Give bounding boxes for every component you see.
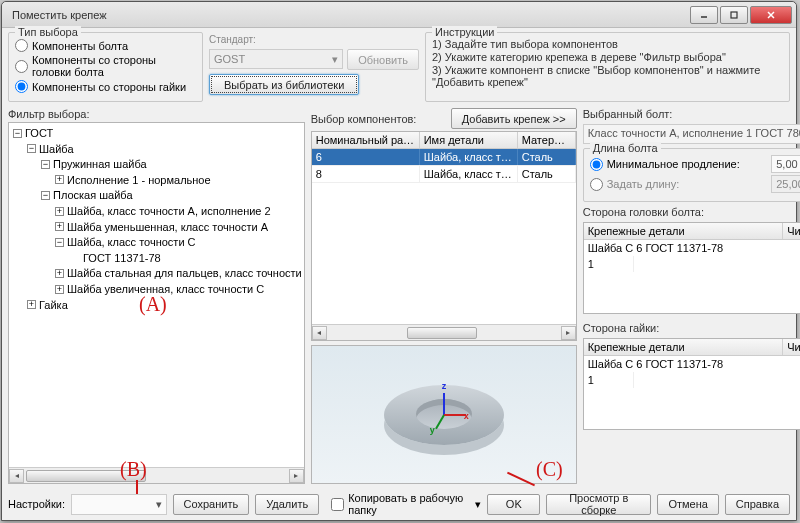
bolt-length-legend: Длина болта [590,142,661,154]
tree-toggle[interactable]: − [41,160,50,169]
preview-pane[interactable]: z x y [311,345,577,484]
standard-combo[interactable]: GOST▾ [209,49,343,69]
assembly-view-button[interactable]: Просмотр в сборке [546,494,651,515]
min-ext-label: Минимальное продление: [607,158,768,170]
refresh-button[interactable]: Обновить [347,49,419,70]
cancel-button[interactable]: Отмена [657,494,718,515]
bolt-length-group: Длина болта Минимальное продление: 5,00 … [583,148,800,202]
maximize-button[interactable] [720,6,748,24]
col-count[interactable]: Число [783,223,800,239]
selection-type-group: Тип выбора Компоненты болта Компоненты с… [8,32,203,102]
selected-bolt-value: Класс точности A, исполнение 1 ГОСТ 7805… [583,124,800,144]
copy-to-folder-checkbox[interactable]: Копировать в рабочую папку▾ [331,492,481,516]
instruction-line: 1) Задайте тип выбора компонентов [432,38,783,50]
minimize-button[interactable] [690,6,718,24]
help-button[interactable]: Справка [725,494,790,515]
col-parts[interactable]: Крепежные детали [584,339,784,355]
tree-node-flat-washer[interactable]: Плоская шайба [53,189,133,201]
tree-toggle[interactable]: − [55,238,64,247]
save-button[interactable]: Сохранить [173,494,250,515]
table-row[interactable]: Шайба C 6 ГОСТ 11371-781 [584,356,800,388]
filter-tree: −ГОСТ −Шайба −Пружинная шайба +Исполнени… [8,122,305,484]
instructions-group: Инструкции 1) Задайте тип выбора компоне… [425,32,790,102]
window-title: Поместить крепеж [6,9,688,21]
table-row[interactable]: 6 Шайба, класс точ... Сталь [312,149,576,166]
table-row[interactable]: 8 Шайба, класс точ... Сталь [312,166,576,183]
table-body: 6 Шайба, класс точ... Сталь 8 Шайба, кла… [312,149,576,183]
tree-node-flat-a2[interactable]: Шайба, класс точности A, исполнение 2 [67,205,271,217]
nut-side-label: Сторона гайки: [583,322,800,334]
components-scroll-h[interactable]: ◂▸ [312,324,576,340]
tree-node-steel-finger[interactable]: Шайба стальная для пальцев, класс точнос… [67,267,302,279]
standard-area: Стандарт: GOST▾ Обновить Выбрать из библ… [209,32,419,102]
tree-toggle[interactable]: + [27,300,36,309]
head-side-label: Сторона головки болта: [583,206,800,218]
radio-head-side[interactable]: Компоненты со стороны головки болта [15,54,196,78]
tree-node-spring-exec1[interactable]: Исполнение 1 - нормальное [67,173,211,185]
head-side-table: Крепежные деталиЧисло Шайба C 6 ГОСТ 113… [583,222,800,314]
tree-node-nut[interactable]: Гайка [39,298,68,310]
col-size[interactable]: Номинальный размер [312,132,420,148]
settings-combo[interactable]: ▾ [71,494,167,515]
chevron-down-icon: ▾ [332,53,338,66]
select-from-library-button[interactable]: Выбрать из библиотеки [209,74,359,95]
radio-bolt-components[interactable]: Компоненты болта [15,39,196,52]
radio-set-length[interactable] [590,178,603,191]
selected-bolt-label: Выбранный болт: [583,108,800,120]
col-name[interactable]: Имя детали [420,132,518,148]
tree-toggle[interactable]: + [55,222,64,231]
components-label: Выбор компонентов: [311,113,417,125]
add-fastener-button[interactable]: Добавить крепеж >> [451,108,577,129]
standard-label: Стандарт: [209,34,419,45]
svg-rect-1 [731,12,737,18]
set-len-label: Задать длину: [607,178,768,190]
chevron-down-icon: ▾ [156,498,162,511]
tree-toggle[interactable]: + [55,175,64,184]
titlebar[interactable]: Поместить крепеж [2,2,796,28]
chevron-down-icon: ▾ [475,498,481,511]
table-row[interactable]: Шайба C 6 ГОСТ 11371-781 [584,240,800,272]
instruction-line: 3) Укажите компонент в списке "Выбор ком… [432,64,783,88]
filter-label: Фильтр выбора: [8,108,305,120]
tree-node-root[interactable]: ГОСТ [25,127,53,139]
col-material[interactable]: Материал [518,132,576,148]
settings-label: Настройки: [8,498,65,510]
tree-toggle[interactable]: + [55,269,64,278]
col-parts[interactable]: Крепежные детали [584,223,784,239]
tree-node-enlarged-c[interactable]: Шайба увеличенная, класс точности C [67,283,264,295]
tree-toggle[interactable]: + [55,285,64,294]
delete-button[interactable]: Удалить [255,494,319,515]
radio-nut-side[interactable]: Компоненты со стороны гайки [15,80,196,93]
ok-button[interactable]: OK [487,494,540,515]
col-count[interactable]: Число [783,339,800,355]
tree-toggle[interactable]: − [13,129,22,138]
nut-side-table: Крепежные деталиЧисло Шайба C 6 ГОСТ 113… [583,338,800,430]
tree-body[interactable]: −ГОСТ −Шайба −Пружинная шайба +Исполнени… [9,123,304,467]
min-ext-combo[interactable]: 5,00 мм▾ [771,155,800,173]
selection-type-legend: Тип выбора [15,26,81,38]
table-header: Номинальный размер Имя детали Материал [312,132,576,149]
components-table: Номинальный размер Имя детали Материал 6… [311,131,577,341]
tree-node-spring-washer[interactable]: Пружинная шайба [53,158,147,170]
tree-toggle[interactable]: − [41,191,50,200]
tree-node-gost-11371[interactable]: ГОСТ 11371-78 [83,251,161,263]
dialog-window: Поместить крепеж Тип выбора Компоненты б… [1,1,797,521]
instruction-line: 2) Укажите категорию крепежа в дереве "Ф… [432,51,783,63]
set-len-combo[interactable]: 25,00 мм▾ [771,175,800,193]
tree-toggle[interactable]: − [27,144,36,153]
tree-toggle[interactable]: + [55,207,64,216]
tree-node-reduced-a[interactable]: Шайба уменьшенная, класс точности A [67,220,268,232]
radio-min-extension[interactable] [590,158,603,171]
bottom-bar: Настройки: ▾ Сохранить Удалить Копироват… [8,488,790,516]
tree-node-flat-c[interactable]: Шайба, класс точности C [67,236,196,248]
close-button[interactable] [750,6,792,24]
tree-scroll-h[interactable]: ◂▸ [9,467,304,483]
instructions-legend: Инструкции [432,26,497,38]
tree-node-washer[interactable]: Шайба [39,142,74,154]
